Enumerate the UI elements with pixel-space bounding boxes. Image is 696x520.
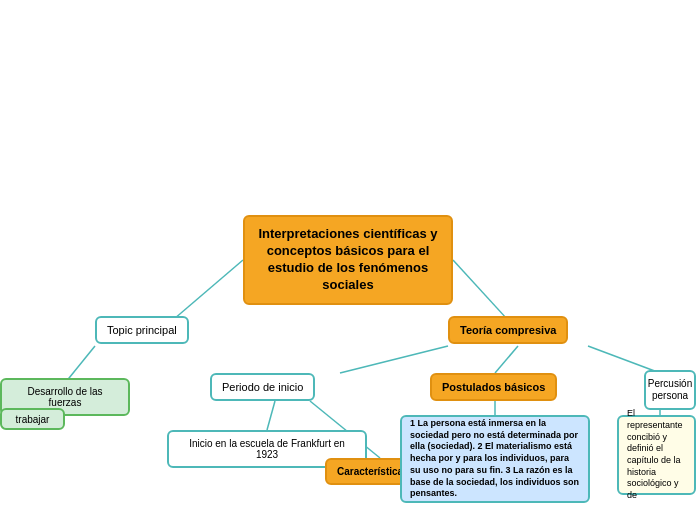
trabajar-node: trabajar xyxy=(0,408,65,430)
representante-text-node: El representante concibió y definió el c… xyxy=(617,415,696,495)
mindmap-canvas: Interpretaciones científicas y conceptos… xyxy=(0,0,696,520)
postulados-text-node: 1 La persona está inmersa en la sociedad… xyxy=(400,415,590,503)
svg-line-4 xyxy=(495,346,518,373)
postulados-basicos-node: Postulados básicos xyxy=(430,373,557,401)
percusion-node: Percusión persona xyxy=(644,370,696,410)
svg-line-3 xyxy=(340,346,448,373)
svg-line-5 xyxy=(588,346,660,373)
central-node: Interpretaciones científicas y conceptos… xyxy=(243,215,453,305)
topic-principal-node: Topic principal xyxy=(95,316,189,344)
periodo-inicio-node: Periodo de inicio xyxy=(210,373,315,401)
svg-line-6 xyxy=(267,401,275,430)
teoria-compresiva-node: Teoría compresiva xyxy=(448,316,568,344)
